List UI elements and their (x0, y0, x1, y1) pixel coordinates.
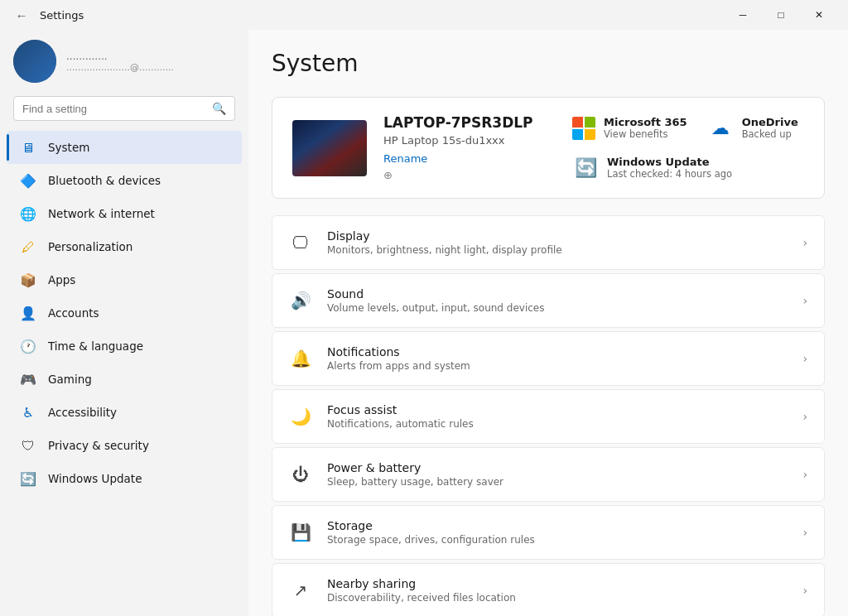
settings-item-storage[interactable]: 💾 Storage Storage space, drives, configu… (272, 505, 825, 560)
app-container: ............. ......................@...… (0, 30, 848, 616)
device-model: HP Laptop 15s-du1xxx (383, 134, 556, 147)
personalization-nav-icon: 🖊 (20, 238, 36, 255)
update-nav-label: Windows Update (48, 472, 142, 485)
sidebar-item-apps[interactable]: 📦 Apps (7, 263, 242, 296)
notifications-text: Notifications Alerts from apps and syste… (327, 345, 788, 372)
time-nav-label: Time & language (48, 339, 143, 353)
app-title: Settings (40, 9, 84, 22)
search-input[interactable] (22, 103, 205, 115)
user-email: ......................@............ (66, 62, 174, 73)
device-card: LAPTOP-7PSR3DLP HP Laptop 15s-du1xxx Ren… (272, 97, 825, 199)
sound-title: Sound (327, 287, 788, 301)
nearby-text: Nearby sharing Discoverability, received… (327, 577, 788, 604)
accessibility-nav-label: Accessibility (48, 406, 117, 419)
sidebar-item-time[interactable]: 🕐 Time & language (7, 330, 242, 363)
device-image-inner (292, 120, 367, 176)
storage-text: Storage Storage space, drives, configura… (327, 519, 788, 546)
main-area: System LAPTOP-7PSR3DLP HP Laptop 15s-du1… (248, 30, 848, 616)
notifications-arrow: › (802, 352, 807, 365)
sidebar: ............. ......................@...… (0, 30, 248, 616)
user-section: ............. ......................@...… (0, 30, 248, 96)
nav-list: 🖥 System 🔷 Bluetooth & devices 🌐 Network… (0, 131, 248, 495)
notifications-subtitle: Alerts from apps and system (327, 360, 788, 372)
rename-link[interactable]: Rename (383, 152, 427, 165)
winupdate-icon: 🔄 (572, 155, 599, 181)
power-subtitle: Sleep, battery usage, battery saver (327, 476, 788, 488)
accessibility-nav-icon: ♿ (20, 404, 36, 421)
minimize-button[interactable]: ─ (724, 2, 762, 28)
update-nav-icon: 🔄 (20, 470, 36, 487)
quick-links: Microsoft 365 View benefits ☁ OneDrive B… (572, 115, 804, 181)
gaming-nav-icon: 🎮 (20, 371, 36, 387)
settings-item-focus[interactable]: 🌙 Focus assist Notifications, automatic … (272, 389, 825, 444)
user-info: ............. ......................@...… (66, 51, 174, 73)
settings-item-sound[interactable]: 🔊 Sound Volume levels, output, input, so… (272, 273, 825, 328)
sidebar-item-accessibility[interactable]: ♿ Accessibility (7, 396, 242, 429)
quick-link-onedrive[interactable]: ☁ OneDrive Backed up (707, 115, 798, 142)
display-title: Display (327, 229, 788, 243)
focus-arrow: › (802, 410, 807, 423)
close-button[interactable]: ✕ (800, 2, 838, 28)
ms365-text: Microsoft 365 View benefits (604, 116, 687, 140)
apps-nav-label: Apps (48, 273, 75, 286)
quick-link-ms365[interactable]: Microsoft 365 View benefits (572, 115, 687, 142)
avatar (13, 40, 56, 83)
bluetooth-nav-icon: 🔷 (20, 172, 36, 189)
sidebar-item-personalization[interactable]: 🖊 Personalization (7, 230, 242, 263)
ms365-q1 (572, 117, 583, 128)
settings-item-notifications[interactable]: 🔔 Notifications Alerts from apps and sys… (272, 331, 825, 386)
winupdate-text: Windows Update Last checked: 4 hours ago (607, 156, 732, 180)
device-name: LAPTOP-7PSR3DLP (383, 114, 556, 131)
display-subtitle: Monitors, brightness, night light, displ… (327, 244, 788, 256)
sidebar-item-update[interactable]: 🔄 Windows Update (7, 462, 242, 495)
sound-arrow: › (802, 294, 807, 307)
focus-title: Focus assist (327, 403, 788, 416)
quick-link-winupdate[interactable]: 🔄 Windows Update Last checked: 4 hours a… (572, 155, 732, 181)
winupdate-subtitle: Last checked: 4 hours ago (607, 168, 732, 180)
sound-subtitle: Volume levels, output, input, sound devi… (327, 302, 788, 314)
onedrive-icon: ☁ (707, 115, 734, 142)
display-icon: 🖵 (289, 231, 312, 254)
search-icon: 🔍 (212, 102, 226, 115)
bluetooth-nav-label: Bluetooth & devices (48, 174, 161, 187)
sidebar-item-accounts[interactable]: 👤 Accounts (7, 296, 242, 330)
device-extra-icon: ⊕ (383, 169, 556, 181)
sidebar-item-system[interactable]: 🖥 System (7, 131, 242, 164)
ms365-q2 (585, 117, 595, 128)
maximize-button[interactable]: □ (762, 2, 800, 28)
sound-text: Sound Volume levels, output, input, soun… (327, 287, 788, 314)
settings-item-power[interactable]: ⏻ Power & battery Sleep, battery usage, … (272, 447, 825, 502)
personalization-nav-label: Personalization (48, 240, 132, 253)
sidebar-item-privacy[interactable]: 🛡 Privacy & security (7, 429, 242, 462)
settings-item-nearby[interactable]: ↗ Nearby sharing Discoverability, receiv… (272, 563, 825, 616)
notifications-title: Notifications (327, 345, 788, 359)
onedrive-subtitle: Backed up (742, 128, 798, 140)
privacy-nav-label: Privacy & security (48, 439, 149, 452)
user-name: ............. (66, 51, 174, 62)
ms365-q3 (572, 129, 583, 140)
settings-list: 🖵 Display Monitors, brightness, night li… (272, 215, 825, 616)
nearby-arrow: › (802, 584, 807, 597)
nearby-subtitle: Discoverability, received files location (327, 592, 788, 604)
sidebar-item-network[interactable]: 🌐 Network & internet (7, 197, 242, 230)
settings-item-display[interactable]: 🖵 Display Monitors, brightness, night li… (272, 215, 825, 270)
network-nav-icon: 🌐 (20, 205, 36, 222)
window-controls: ─ □ ✕ (724, 2, 838, 28)
focus-subtitle: Notifications, automatic rules (327, 418, 788, 430)
display-text: Display Monitors, brightness, night ligh… (327, 229, 788, 256)
gaming-nav-label: Gaming (48, 373, 92, 386)
storage-icon: 💾 (289, 521, 312, 544)
avatar-image (13, 40, 56, 83)
ms365-q4 (585, 129, 595, 140)
onedrive-text: OneDrive Backed up (742, 116, 798, 140)
back-button[interactable]: ← (10, 3, 33, 26)
power-arrow: › (802, 468, 807, 481)
nearby-title: Nearby sharing (327, 577, 788, 590)
titlebar-left: ← Settings (10, 3, 84, 26)
ms365-title: Microsoft 365 (604, 116, 687, 128)
system-nav-icon: 🖥 (20, 139, 36, 156)
quick-link-row-1: Microsoft 365 View benefits ☁ OneDrive B… (572, 115, 804, 142)
sidebar-item-gaming[interactable]: 🎮 Gaming (7, 363, 242, 396)
sidebar-item-bluetooth[interactable]: 🔷 Bluetooth & devices (7, 164, 242, 197)
time-nav-icon: 🕐 (20, 338, 36, 354)
